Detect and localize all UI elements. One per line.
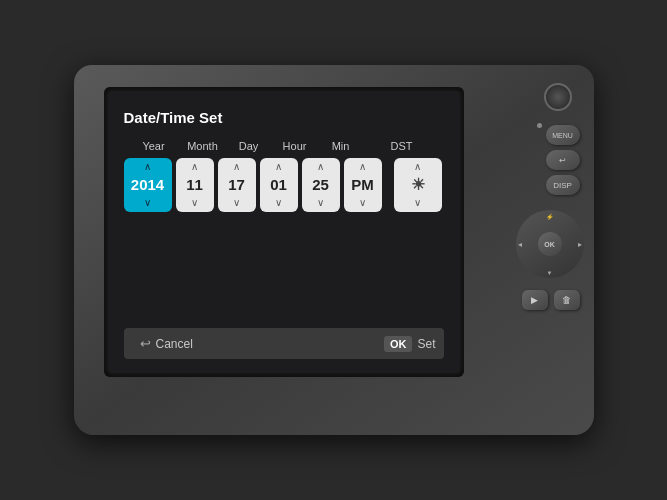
cancel-button[interactable]: ↩ Cancel xyxy=(132,333,201,354)
ampm-down-arrow[interactable]: ∨ xyxy=(348,196,378,210)
dpad-flash-icon: ⚡ xyxy=(546,213,553,220)
month-spinner[interactable]: ∧ 11 ∨ xyxy=(176,158,214,212)
dpad-left-icon: ◂ xyxy=(518,240,522,249)
bottom-camera-buttons: ▶ 🗑 xyxy=(522,290,580,310)
cancel-icon: ↩ xyxy=(140,336,151,351)
ampm-up-arrow[interactable]: ∧ xyxy=(348,160,378,174)
year-up-arrow[interactable]: ∧ xyxy=(128,160,168,174)
indicator-dot xyxy=(537,123,542,128)
dpad-ok-label: OK xyxy=(544,241,555,248)
menu-button[interactable]: MENU xyxy=(546,125,580,145)
year-spinner[interactable]: ∧ 2014 ∨ xyxy=(124,158,172,212)
menu-label: MENU xyxy=(552,132,573,139)
ok-set-button[interactable]: OK Set xyxy=(384,336,436,352)
month-up-arrow[interactable]: ∧ xyxy=(180,160,210,174)
day-spinner[interactable]: ∧ 17 ∨ xyxy=(218,158,256,212)
dst-value: ☀ xyxy=(402,174,434,196)
min-spinner[interactable]: ∧ 25 ∨ xyxy=(302,158,340,212)
day-down-arrow[interactable]: ∨ xyxy=(222,196,252,210)
col-header-day: Day xyxy=(226,140,272,152)
dst-up-arrow[interactable]: ∧ xyxy=(398,160,438,174)
month-down-arrow[interactable]: ∨ xyxy=(180,196,210,210)
camera-button-group: MENU ↩ DISP xyxy=(546,125,580,195)
trash-icon: 🗑 xyxy=(562,295,571,305)
min-up-arrow[interactable]: ∧ xyxy=(306,160,336,174)
cancel-label: Cancel xyxy=(156,337,193,351)
back-icon: ↩ xyxy=(559,156,566,165)
back-button[interactable]: ↩ xyxy=(546,150,580,170)
year-down-arrow[interactable]: ∨ xyxy=(128,196,168,210)
ampm-value: PM xyxy=(347,174,379,196)
ok-box: OK xyxy=(384,336,413,352)
bottom-bar: ↩ Cancel OK Set xyxy=(124,328,444,359)
screen-title: Date/Time Set xyxy=(124,109,444,126)
viewfinder xyxy=(544,83,572,111)
disp-button[interactable]: DISP xyxy=(546,175,580,195)
dpad-container: ⚡ ▼ ◂ ▸ OK xyxy=(516,210,584,278)
col-header-dst: DST xyxy=(372,140,432,152)
col-header-hour: Hour xyxy=(272,140,318,152)
dpad-ok-button[interactable]: OK xyxy=(538,232,562,256)
set-label: Set xyxy=(417,337,435,351)
day-up-arrow[interactable]: ∧ xyxy=(222,160,252,174)
ampm-spinner[interactable]: ∧ PM ∨ xyxy=(344,158,382,212)
col-header-month: Month xyxy=(180,140,226,152)
column-headers: Year Month Day Hour Min DST xyxy=(124,140,444,152)
year-value: 2014 xyxy=(131,174,164,196)
day-value: 17 xyxy=(221,174,253,196)
col-header-year: Year xyxy=(128,140,180,152)
camera-body: Date/Time Set Year Month Day Hour Min DS… xyxy=(74,65,594,435)
dst-spinner[interactable]: ∧ ☀ ∨ xyxy=(394,158,442,212)
col-header-min: Min xyxy=(318,140,364,152)
min-down-arrow[interactable]: ∨ xyxy=(306,196,336,210)
min-value: 25 xyxy=(305,174,337,196)
play-button[interactable]: ▶ xyxy=(522,290,548,310)
spinners-row: ∧ 2014 ∨ ∧ 11 ∨ ∧ 17 ∨ ∧ xyxy=(124,158,444,212)
hour-down-arrow[interactable]: ∨ xyxy=(264,196,294,210)
month-value: 11 xyxy=(179,174,211,196)
hour-value: 01 xyxy=(263,174,295,196)
disp-label: DISP xyxy=(553,181,572,190)
dpad-down-icon: ▼ xyxy=(547,270,553,276)
screen-bezel: Date/Time Set Year Month Day Hour Min DS… xyxy=(104,87,464,377)
dpad-right-icon: ▸ xyxy=(578,240,582,249)
play-icon: ▶ xyxy=(531,295,538,305)
dpad[interactable]: ⚡ ▼ ◂ ▸ OK xyxy=(516,210,584,278)
dst-down-arrow[interactable]: ∨ xyxy=(398,196,438,210)
lcd-screen: Date/Time Set Year Month Day Hour Min DS… xyxy=(108,91,460,373)
hour-spinner[interactable]: ∧ 01 ∨ xyxy=(260,158,298,212)
hour-up-arrow[interactable]: ∧ xyxy=(264,160,294,174)
delete-button[interactable]: 🗑 xyxy=(554,290,580,310)
